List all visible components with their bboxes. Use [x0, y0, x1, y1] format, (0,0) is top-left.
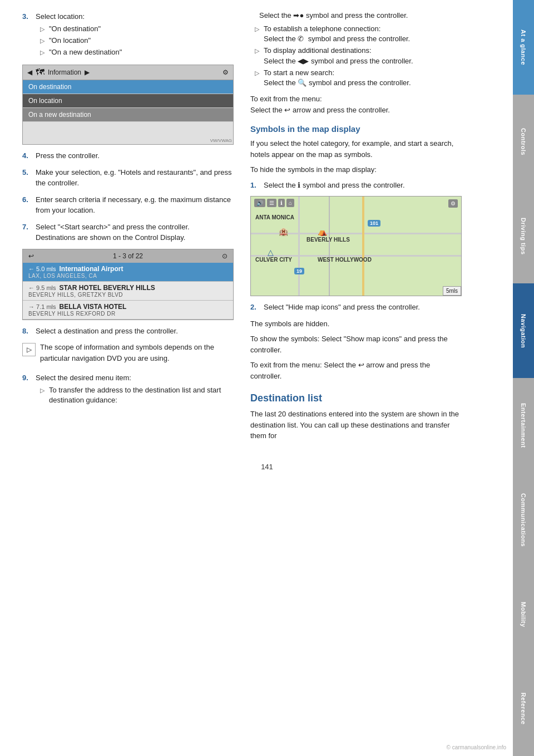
right-step-2-number: 2. [250, 302, 259, 313]
map-road-v2 [329, 197, 330, 296]
sidebar-tab-reference[interactable]: Reference [513, 661, 534, 756]
right-column: Select the ➡● symbol and press the contr… [250, 11, 462, 446]
info-box: ▷ The scope of information and symbols d… [22, 342, 234, 368]
sidebar-tab-driving-tips[interactable]: Driving tips [513, 189, 534, 284]
step-9-bullet: ▷ To transfer the address to the destina… [40, 385, 234, 405]
results-count: 1 - 3 of 22 [113, 252, 143, 260]
screen-row-on-destination: On destination [23, 80, 233, 94]
screen-row-text: On destination [28, 83, 71, 91]
sidebar-tab-label: Mobility [520, 602, 527, 627]
screen-watermark: VW/VWAG [210, 138, 232, 143]
result-3-dist: → 7.1 mls [28, 303, 56, 310]
map-icon-home: ⌂ [286, 199, 294, 207]
map-icon-info: ℹ [278, 199, 285, 207]
right-bullet-3: ▷ To display additional destinations:Sel… [255, 46, 462, 66]
result-2-sub: BEVERLY HILLS, GRETZKY BLVD [28, 292, 228, 298]
sidebar-tab-communications[interactable]: Communications [513, 473, 534, 567]
screen-row-on-location: On location [23, 94, 233, 108]
bullet-arrow-icon: ▷ [40, 37, 46, 46]
map-icon-sound: 🔊 [254, 199, 265, 207]
map-road-v1 [298, 197, 300, 296]
screen-header-text: Information [48, 68, 81, 76]
step-3-option-3: "On a new destination" [49, 47, 122, 57]
watermark: © carmanualsonline.info [447, 744, 506, 750]
destination-list-intro: The last 20 destinations entered into th… [250, 409, 462, 441]
show-symbols-text: To show the symbols: Select "Show map ic… [250, 333, 462, 355]
main-content: 3. Select location: ▷ "On destination" ▷… [0, 0, 513, 457]
step-5-text: Make your selection, e.g. "Hotels and re… [36, 167, 234, 189]
bullet-arrow-icon: ▷ [40, 386, 46, 405]
screen-settings-icon: ⚙ [222, 68, 229, 76]
step-3: 3. Select location: ▷ "On destination" ▷… [22, 11, 234, 59]
step-6: 6. Enter search criteria if necessary, e… [22, 194, 234, 216]
sidebar-tab-entertainment[interactable]: Entertainment [513, 378, 534, 473]
page-number-text: 141 [261, 463, 273, 471]
sidebar-tab-label: Communications [520, 493, 527, 547]
step-8-text: Select a destination and press the contr… [36, 326, 234, 337]
map-display: 🔊 ☰ ℹ ⌂ ⚙ ANTA MONICA BEVERLY HILLS CULV… [250, 196, 462, 296]
map-label-culver-city: CULVER CITY [255, 257, 292, 263]
header-right-icon: ▶ [85, 68, 90, 76]
step-9-bullet-text: To transfer the address to the destinati… [49, 385, 234, 405]
screen-empty-area [23, 122, 233, 144]
sidebar-tab-mobility[interactable]: Mobility [513, 567, 534, 662]
sidebar-tab-label: Driving tips [520, 218, 527, 255]
sidebar-tab-at-a-glance[interactable]: At a glance [513, 0, 534, 95]
step-7-text: Select "<Start search>" and press the co… [36, 223, 190, 231]
map-hotel-icon-2: ⛺ [318, 227, 327, 236]
back-icon: ↩ [28, 252, 34, 260]
sidebar-tab-label: Reference [520, 693, 527, 725]
results-screen: ↩ 1 - 3 of 22 ⊙ ← 5.0 mls International … [22, 249, 234, 320]
right-step-2: 2. Select "Hide map icons" and press the… [250, 302, 462, 313]
map-road-highway [362, 197, 364, 296]
step-9-content: Select the desired menu item: ▷ To trans… [36, 372, 234, 407]
result-row-1: ← 5.0 mls International Airport LAX, LOS… [23, 263, 233, 282]
step-3-option-1: "On destination" [49, 24, 101, 34]
step-3-content: Select location: ▷ "On destination" ▷ "O… [36, 11, 234, 59]
step-9-cont: Select the ➡● symbol and press the contr… [250, 11, 462, 19]
bullet-3-text: To display additional destinations:Selec… [264, 46, 413, 66]
step-3-option-2: "On location" [49, 36, 91, 46]
step-7-number: 7. [22, 222, 31, 243]
step-3-number: 3. [22, 11, 31, 59]
right-step-2-text: Select "Hide map icons" and press the co… [264, 302, 462, 313]
step-4-text: Press the controller. [36, 150, 234, 161]
screen-row-on-new-destination: On a new destination [23, 108, 233, 122]
step-3-label: Select location: [36, 12, 85, 21]
right-bullet-4: ▷ To start a new search:Select the 🔍 sym… [255, 68, 462, 88]
sidebar-tab-navigation[interactable]: Navigation [513, 283, 534, 378]
map-badge-101: 101 [368, 220, 380, 227]
map-badge-19: 19 [294, 268, 304, 274]
bullet-2-text: To establish a telephone connection:Sele… [264, 24, 410, 44]
bullet-arrow-icon: ▷ [255, 47, 260, 66]
info-box-text: The scope of information and symbols dep… [40, 342, 234, 364]
step-3-bullet-1: ▷ "On destination" [40, 24, 234, 34]
header-left-icon: ◀ [27, 68, 32, 76]
result-2-name: STAR HOTEL BEVERLY HILLS [60, 284, 155, 292]
screen-row-text: On location [28, 97, 62, 105]
symbols-heading: Symbols in the map display [250, 124, 462, 134]
step-9-cont-text: Select the ➡● symbol and press the contr… [259, 11, 408, 19]
right-step-1-text: Select the ℹ symbol and press the contro… [264, 180, 462, 191]
screen-mockup-1: ◀ 🗺 Information ▶ ⚙ On destination On lo… [22, 65, 234, 145]
exit-text: To exit from the menu: Select the ↩ arro… [250, 94, 462, 115]
step-6-number: 6. [22, 194, 31, 216]
step-9: 9. Select the desired menu item: ▷ To tr… [22, 372, 234, 407]
result-1-dist: ← 5.0 mls [28, 266, 56, 272]
map-label-santa-monica: ANTA MONICA [255, 214, 294, 220]
map-icons-top: 🔊 ☰ ℹ ⌂ ⚙ [251, 199, 461, 207]
sidebar-tab-label: At a glance [520, 30, 527, 65]
sidebar-tab-label: Entertainment [520, 403, 527, 448]
sidebar-tab-controls[interactable]: Controls [513, 95, 534, 189]
step-9-number: 9. [22, 372, 31, 407]
map-hotel-icon-3: △ [268, 248, 274, 257]
step-7-content: Select "<Start search>" and press the co… [36, 222, 234, 243]
destination-list-heading: Destination list [250, 392, 462, 404]
step-5-number: 5. [22, 167, 31, 189]
step-3-bullet-3: ▷ "On a new destination" [40, 47, 234, 57]
results-header: ↩ 1 - 3 of 22 ⊙ [23, 249, 233, 263]
step-9-label: Select the desired menu item: [36, 374, 131, 382]
result-2-dist: ← 9.5 mls [28, 284, 56, 291]
bullet-arrow-icon: ▷ [255, 69, 260, 88]
bullet-4-text: To start a new search:Select the 🔍 symbo… [264, 68, 411, 88]
